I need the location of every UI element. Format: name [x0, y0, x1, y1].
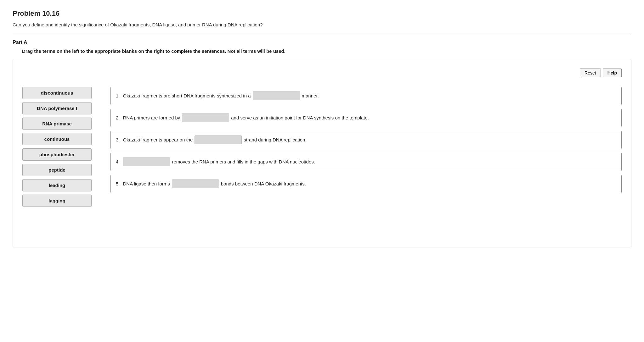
term-lagging[interactable]: lagging — [22, 195, 92, 207]
term-dna-polymerase-i[interactable]: DNA polymerase I — [22, 102, 92, 114]
blank-5[interactable] — [172, 179, 219, 188]
sentence-2-number: 2. — [116, 114, 120, 122]
problem-description: Can you define and identify the signific… — [13, 22, 631, 27]
sentences-column: 1. Okazaki fragments are short DNA fragm… — [110, 87, 622, 193]
sentence-3-number: 3. — [116, 136, 120, 144]
sentence-3-before: Okazaki fragments appear on the — [123, 136, 193, 144]
reset-button[interactable]: Reset — [580, 69, 601, 77]
terms-column: discontinuous DNA polymerase I RNA prima… — [22, 87, 92, 207]
term-rna-primase[interactable]: RNA primase — [22, 118, 92, 130]
sentence-1-after: manner. — [302, 92, 319, 100]
instructions: Drag the terms on the left to the approp… — [22, 48, 631, 54]
blank-4[interactable] — [123, 157, 170, 166]
help-button[interactable]: Help — [603, 69, 622, 77]
sentence-2-before: RNA primers are formed by — [123, 114, 180, 122]
sentence-1-before: Okazaki fragments are short DNA fragment… — [123, 92, 251, 100]
term-leading[interactable]: leading — [22, 179, 92, 191]
term-peptide[interactable]: peptide — [22, 164, 92, 176]
blank-1[interactable] — [253, 91, 300, 100]
term-continuous[interactable]: continuous — [22, 133, 92, 145]
sentence-1-number: 1. — [116, 92, 120, 100]
sentence-2: 2. RNA primers are formed by and serve a… — [110, 109, 622, 127]
blank-2[interactable] — [182, 113, 229, 122]
sentence-5: 5. DNA ligase then forms bonds between D… — [110, 175, 622, 193]
drag-drop-container: Reset Help discontinuous DNA polymerase … — [13, 59, 631, 247]
sentence-5-number: 5. — [116, 180, 120, 188]
sentence-1: 1. Okazaki fragments are short DNA fragm… — [110, 87, 622, 105]
top-buttons: Reset Help — [22, 69, 622, 77]
term-discontinuous[interactable]: discontinuous — [22, 87, 92, 99]
problem-title: Problem 10.16 — [13, 9, 631, 18]
sentence-4-number: 4. — [116, 158, 120, 166]
part-label: Part A — [13, 40, 631, 45]
sentence-4: 4. removes the RNA primers and fills in … — [110, 153, 622, 171]
sentence-5-after: bonds between DNA Okazaki fragments. — [221, 180, 306, 188]
main-area: discontinuous DNA polymerase I RNA prima… — [22, 87, 622, 207]
sentence-3-after: strand during DNA replication. — [244, 136, 306, 144]
blank-3[interactable] — [195, 135, 242, 144]
sentence-4-after: removes the RNA primers and fills in the… — [172, 158, 315, 166]
term-phosphodiester[interactable]: phosphodiester — [22, 148, 92, 161]
divider — [13, 34, 631, 34]
sentence-2-middle: and serve as an initiation point for DNA… — [231, 114, 369, 122]
sentence-5-before: DNA ligase then forms — [123, 180, 170, 188]
sentence-3: 3. Okazaki fragments appear on the stran… — [110, 131, 622, 149]
